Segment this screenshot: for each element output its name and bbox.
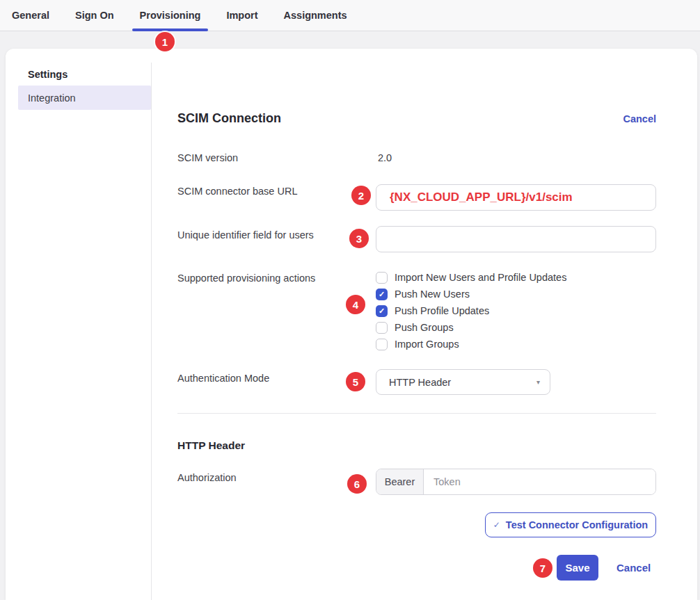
provisioning-actions-group: Import New Users and Profile Updates ✓ P… [376, 269, 566, 352]
tab-general[interactable]: General [12, 0, 49, 31]
checkbox-row-import-new-users[interactable]: Import New Users and Profile Updates [376, 269, 566, 286]
settings-sidebar: Settings Integration [6, 63, 152, 600]
cancel-link-top[interactable]: Cancel [623, 113, 656, 124]
test-connector-label: Test Connector Configuration [506, 519, 648, 530]
bearer-prefix: Bearer [376, 469, 424, 494]
scim-version-value: 2.0 [378, 152, 392, 163]
checkbox-label: Push Groups [395, 322, 454, 333]
checkbox-label: Import Groups [395, 339, 459, 350]
import-groups-checkbox[interactable] [376, 339, 388, 350]
chevron-down-icon: ▾ [536, 378, 540, 386]
provisioning-actions-label: Supported provisioning actions [177, 273, 315, 284]
annotation-badge-3: 3 [349, 229, 369, 248]
sidebar-item-integration[interactable]: Integration [18, 86, 151, 110]
checkbox-label: Push Profile Updates [395, 305, 489, 316]
save-button[interactable]: Save [557, 555, 598, 581]
base-url-input[interactable] [376, 184, 656, 211]
annotation-badge-4: 4 [346, 295, 365, 314]
annotation-badge-6: 6 [347, 474, 367, 494]
push-new-users-checkbox[interactable]: ✓ [376, 289, 388, 300]
import-new-users-checkbox[interactable] [376, 272, 388, 284]
test-connector-button[interactable]: ✓ Test Connector Configuration [485, 512, 656, 537]
annotation-badge-5: 5 [346, 372, 365, 391]
check-icon: ✓ [493, 520, 500, 530]
cancel-link-bottom[interactable]: Cancel [617, 562, 651, 574]
scim-version-label: SCIM version [177, 152, 238, 163]
tab-import[interactable]: Import [226, 0, 257, 31]
token-input[interactable] [424, 469, 655, 494]
push-profile-updates-checkbox[interactable]: ✓ [376, 305, 388, 317]
annotation-badge-7: 7 [533, 558, 552, 578]
auth-mode-label: Authentication Mode [177, 373, 269, 384]
checkbox-label: Push New Users [395, 289, 470, 300]
checkbox-row-push-groups[interactable]: Push Groups [376, 319, 566, 336]
checkbox-label: Import New Users and Profile Updates [395, 272, 566, 283]
checkbox-row-push-profile-updates[interactable]: ✓ Push Profile Updates [376, 302, 566, 319]
sidebar-heading: Settings [28, 69, 67, 80]
annotation-badge-1: 1 [155, 32, 175, 51]
tab-assignments[interactable]: Assignments [284, 0, 347, 31]
authorization-input-group: Bearer [376, 469, 656, 495]
http-header-section-title: HTTP Header [177, 439, 245, 452]
authorization-label: Authorization [177, 472, 237, 483]
push-groups-checkbox[interactable] [376, 322, 388, 334]
auth-mode-selected-value: HTTP Header [389, 377, 451, 388]
page-title: SCIM Connection [177, 111, 281, 126]
provisioning-card: Settings Integration SCIM Connection Can… [6, 49, 697, 600]
app-tab-bar: General Sign On Provisioning Import Assi… [0, 0, 700, 31]
base-url-label: SCIM connector base URL [177, 186, 297, 197]
unique-id-label: Unique identifier field for users [177, 229, 314, 241]
tab-sign-on[interactable]: Sign On [75, 0, 114, 31]
annotation-badge-2: 2 [351, 186, 371, 205]
auth-mode-select[interactable]: HTTP Header ▾ [376, 369, 550, 395]
tab-provisioning[interactable]: Provisioning [140, 0, 201, 31]
unique-id-input[interactable] [376, 226, 656, 252]
checkbox-row-push-new-users[interactable]: ✓ Push New Users [376, 286, 566, 302]
checkbox-row-import-groups[interactable]: Import Groups [376, 336, 566, 352]
section-divider [177, 413, 656, 414]
